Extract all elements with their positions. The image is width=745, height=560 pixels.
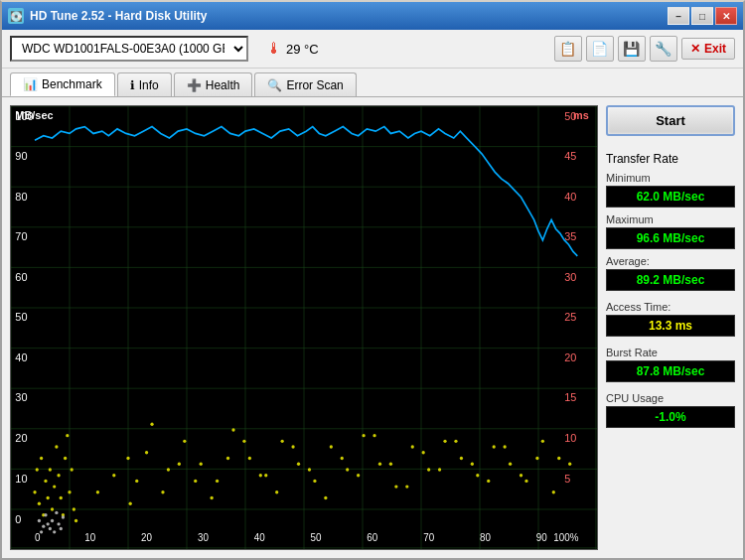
titlebar-buttons: – □ ✕ [668, 7, 737, 25]
svg-text:45: 45 [564, 150, 576, 162]
svg-point-112 [476, 474, 479, 477]
minimum-value: 62.0 MB/sec [606, 186, 735, 208]
save-icon-btn[interactable]: 💾 [618, 36, 646, 62]
svg-point-91 [135, 480, 138, 483]
content-area: 100 90 80 70 60 50 40 30 20 10 0 MB/sec … [2, 96, 743, 558]
close-button[interactable]: ✕ [715, 7, 737, 25]
maximize-button[interactable]: □ [691, 7, 713, 25]
benchmark-chart: 100 90 80 70 60 50 40 30 20 10 0 MB/sec … [10, 105, 598, 550]
toolbar-icons: 📋 📄 💾 🔧 ✕ Exit [554, 36, 735, 62]
svg-point-123 [178, 463, 181, 466]
svg-point-131 [308, 468, 311, 471]
svg-point-94 [183, 440, 186, 443]
start-button[interactable]: Start [606, 105, 735, 136]
access-time-value: 13.3 ms [606, 315, 735, 337]
svg-point-107 [394, 485, 397, 488]
svg-point-58 [33, 490, 36, 493]
copy-icon-btn[interactable]: 📋 [554, 36, 582, 62]
stats-section: Transfer Rate Minimum 62.0 MB/sec Maximu… [606, 148, 735, 428]
svg-text:10: 10 [84, 532, 95, 543]
svg-text:0: 0 [15, 512, 21, 524]
svg-text:5: 5 [564, 472, 570, 484]
svg-point-89 [62, 515, 65, 518]
svg-point-104 [346, 468, 349, 471]
svg-point-69 [57, 474, 60, 477]
svg-text:40: 40 [15, 351, 27, 363]
svg-point-85 [53, 530, 56, 533]
svg-text:35: 35 [564, 230, 576, 242]
info-icon-btn[interactable]: 🔧 [650, 36, 677, 62]
tab-benchmark[interactable]: 📊 Benchmark [10, 72, 115, 96]
svg-point-138 [422, 451, 425, 454]
svg-text:40: 40 [564, 191, 576, 203]
svg-text:70: 70 [15, 230, 27, 242]
svg-point-121 [145, 451, 148, 454]
svg-point-60 [38, 502, 41, 505]
svg-point-70 [60, 496, 63, 499]
maximum-label: Maximum [606, 213, 735, 225]
tab-error-scan-label: Error Scan [286, 78, 343, 92]
svg-point-134 [357, 474, 360, 477]
error-scan-tab-icon: 🔍 [267, 78, 282, 92]
svg-text:30: 30 [198, 532, 209, 543]
svg-point-144 [520, 474, 522, 477]
benchmark-tab-icon: 📊 [23, 77, 38, 91]
drive-select[interactable]: WDC WD1001FALS-00E3A0 (1000 GB) [10, 36, 248, 62]
svg-point-115 [524, 480, 527, 483]
access-time-label: Access Time: [606, 301, 735, 313]
tab-health[interactable]: ➕ Health [174, 72, 253, 96]
svg-point-128 [259, 474, 262, 477]
svg-point-147 [568, 463, 571, 466]
svg-text:60: 60 [15, 271, 27, 283]
svg-point-73 [66, 434, 69, 437]
benchmark-sidebar: Start Transfer Rate Minimum 62.0 MB/sec … [606, 105, 735, 550]
svg-point-122 [161, 490, 164, 493]
tab-health-label: Health [206, 78, 240, 92]
svg-text:90: 90 [15, 150, 27, 162]
svg-text:40: 40 [254, 532, 265, 543]
svg-point-64 [47, 496, 50, 499]
chart-svg: 100 90 80 70 60 50 40 30 20 10 0 MB/sec … [11, 106, 597, 549]
tab-error-scan[interactable]: 🔍 Error Scan [254, 72, 356, 96]
svg-text:20: 20 [141, 532, 152, 543]
svg-point-95 [200, 463, 203, 466]
health-tab-icon: ➕ [187, 78, 202, 92]
svg-point-119 [112, 474, 115, 477]
svg-text:20: 20 [15, 432, 27, 444]
temperature-value: 29 °C [286, 42, 319, 57]
svg-point-77 [74, 519, 77, 522]
svg-text:20: 20 [564, 351, 576, 363]
svg-point-126 [226, 457, 229, 460]
minimize-button[interactable]: – [668, 7, 689, 25]
svg-point-141 [471, 463, 474, 466]
svg-point-63 [44, 480, 47, 483]
svg-point-114 [509, 463, 512, 466]
svg-point-97 [231, 428, 234, 431]
svg-point-90 [126, 457, 129, 460]
svg-point-96 [216, 480, 219, 483]
burst-rate-label: Burst Rate [606, 347, 735, 358]
svg-point-80 [42, 524, 45, 527]
tab-info-label: Info [139, 78, 159, 92]
svg-text:100%: 100% [553, 532, 578, 543]
svg-point-127 [242, 440, 245, 443]
svg-point-109 [427, 468, 430, 471]
copy2-icon-btn[interactable]: 📄 [586, 36, 614, 62]
svg-point-81 [44, 513, 47, 516]
titlebar: 💽 HD Tune 2.52 - Hard Disk Utility – □ ✕ [2, 2, 743, 30]
svg-point-68 [55, 445, 58, 448]
svg-point-117 [557, 457, 560, 460]
burst-rate-value: 87.8 MB/sec [606, 360, 735, 382]
svg-point-145 [535, 457, 538, 460]
svg-text:ms: ms [573, 108, 589, 120]
svg-point-130 [291, 445, 294, 448]
cpu-usage-label: CPU Usage [606, 392, 735, 404]
svg-text:50: 50 [311, 532, 322, 543]
svg-text:90: 90 [536, 532, 547, 543]
exit-button[interactable]: ✕ Exit [681, 38, 735, 60]
svg-point-100 [281, 440, 284, 443]
thermometer-icon: 🌡 [266, 40, 282, 58]
svg-text:30: 30 [564, 271, 576, 283]
tab-info[interactable]: ℹ Info [117, 72, 172, 96]
svg-text:30: 30 [15, 391, 27, 403]
